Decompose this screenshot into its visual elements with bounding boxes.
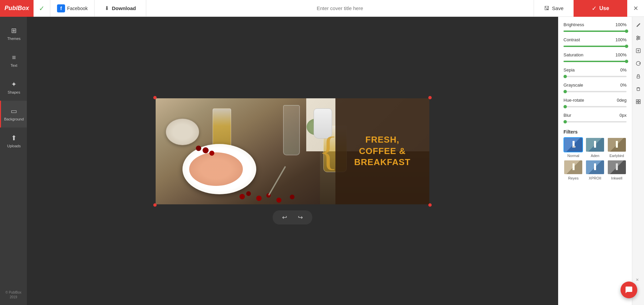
filter-normal[interactable]: Normal — [564, 137, 583, 158]
check-button[interactable]: ✓ — [34, 0, 50, 17]
filters-grid: Normal Aden Earlybird — [564, 137, 627, 180]
contrast-track[interactable] — [564, 46, 627, 47]
topbar: PublBox ✓ f Facebook ⬇ Download 🖫 Save ✓… — [0, 0, 644, 17]
sidebar-item-themes[interactable]: ⊞ Themes — [0, 20, 27, 47]
filter-inkwell-label: Inkwell — [611, 176, 623, 180]
overlay-line3: BREAKFAST — [354, 157, 411, 167]
svg-rect-14 — [639, 102, 640, 104]
canvas-wrapper[interactable]: { FRESH, COFFEE & BREAKFAST — [155, 98, 430, 205]
delete-icon[interactable] — [633, 84, 643, 94]
close-icon: ✕ — [633, 5, 638, 12]
filter-normal-img — [564, 137, 583, 152]
background-label: Background — [4, 117, 24, 121]
sepia-row: Sepia 0% — [564, 67, 627, 72]
adjustments-panel: Brightness 100% Contrast 100% Saturation… — [558, 17, 632, 305]
canvas-area: { FRESH, COFFEE & BREAKFAST ↩ ↪ — [27, 17, 558, 305]
chat-close-button[interactable]: ✕ — [636, 277, 639, 282]
facebook-label: Facebook — [67, 6, 88, 11]
blur-value: 0px — [620, 113, 627, 118]
brightness-thumb — [625, 30, 628, 33]
title-area — [146, 5, 534, 11]
close-button[interactable]: ✕ — [627, 0, 644, 17]
lock-icon[interactable] — [633, 71, 643, 81]
edit-pencil-icon[interactable] — [633, 20, 643, 30]
download-icon: ⬇ — [105, 5, 109, 11]
undo-button[interactable]: ↩ — [279, 212, 290, 222]
canvas-container: { FRESH, COFFEE & BREAKFAST ↩ ↪ — [155, 98, 430, 224]
use-icon: ✓ — [592, 5, 597, 12]
grayscale-row: Grayscale 0% — [564, 83, 627, 88]
grayscale-label: Grayscale — [564, 83, 583, 88]
handle-top-left[interactable] — [153, 96, 157, 99]
contrast-label: Contrast — [564, 37, 580, 42]
filter-xproii-img — [585, 160, 605, 175]
sidebar-item-shapes[interactable]: ✦ Shapes — [0, 74, 27, 101]
shapes-label: Shapes — [8, 90, 20, 94]
filter-reyes[interactable]: Reyes — [564, 160, 583, 180]
filter-inkwell[interactable]: Inkwell — [607, 160, 627, 180]
title-input[interactable] — [289, 5, 390, 11]
sepia-thumb — [564, 75, 567, 78]
hue-rotate-label: Hue-rotate — [564, 98, 584, 103]
svg-rect-13 — [636, 102, 638, 104]
filter-earlybird-img — [607, 137, 627, 152]
text-label: Text — [10, 63, 17, 67]
svg-rect-11 — [636, 100, 638, 101]
saturation-track[interactable] — [564, 61, 627, 62]
saturation-fill — [564, 61, 627, 62]
hue-rotate-value: 0deg — [617, 98, 627, 103]
svg-rect-10 — [637, 88, 640, 91]
download-button[interactable]: ⬇ Download — [95, 0, 146, 17]
facebook-section[interactable]: f Facebook — [50, 0, 95, 17]
filter-earlybird-label: Earlybird — [609, 154, 624, 158]
sidebar-item-background[interactable]: ▭ Background — [0, 101, 27, 128]
left-sidebar: ⊞ Themes ≡ Text ✦ Shapes ▭ Background ⬆ … — [0, 17, 27, 305]
filter-aden-label: Aden — [591, 154, 599, 158]
filter-aden-img — [585, 137, 605, 152]
use-button[interactable]: ✓ Use — [574, 0, 627, 17]
brightness-fill — [564, 31, 627, 32]
logo[interactable]: PublBox — [0, 0, 34, 17]
sidebar-item-uploads[interactable]: ⬆ Uploads — [0, 128, 27, 154]
chat-bubble[interactable] — [621, 282, 637, 298]
save-button[interactable]: 🖫 Save — [534, 0, 574, 17]
copyright: © PublBox 2019 — [0, 290, 27, 300]
rotate-icon[interactable] — [633, 58, 643, 68]
blur-label: Blur — [564, 113, 571, 118]
handle-bottom-left[interactable] — [153, 203, 157, 207]
filter-earlybird[interactable]: Earlybird — [607, 137, 627, 158]
svg-rect-12 — [639, 100, 640, 101]
uploads-icon: ⬆ — [11, 134, 17, 142]
redo-button[interactable]: ↪ — [295, 212, 306, 222]
contrast-fill — [564, 46, 627, 47]
filter-xproii[interactable]: XPROII — [585, 160, 605, 180]
svg-rect-9 — [637, 76, 640, 78]
hue-rotate-thumb — [564, 105, 567, 108]
blur-track[interactable] — [564, 121, 627, 122]
hue-rotate-row: Hue-rotate 0deg — [564, 98, 627, 103]
brightness-track[interactable] — [564, 31, 627, 32]
brace-decoration: { — [319, 131, 338, 171]
facebook-icon: f — [57, 4, 65, 12]
themes-label: Themes — [7, 37, 21, 41]
filter-reyes-label: Reyes — [568, 176, 579, 180]
check-icon: ✓ — [39, 4, 45, 12]
filter-inkwell-img — [607, 160, 627, 175]
filter-aden[interactable]: Aden — [585, 137, 605, 158]
handle-bottom-right[interactable] — [428, 203, 432, 207]
sidebar-item-text[interactable]: ≡ Text — [0, 47, 27, 74]
saturation-label: Saturation — [564, 52, 583, 57]
contrast-row: Contrast 100% — [564, 37, 627, 42]
sliders-icon[interactable] — [633, 33, 643, 43]
grayscale-value: 0% — [620, 83, 627, 88]
handle-top-right[interactable] — [428, 96, 432, 99]
grayscale-track[interactable] — [564, 91, 627, 92]
right-mini-panel — [632, 17, 644, 305]
sepia-track[interactable] — [564, 76, 627, 77]
grid-icon[interactable] — [633, 97, 643, 107]
add-box-icon[interactable] — [633, 46, 643, 56]
contrast-thumb — [625, 45, 628, 48]
brightness-row: Brightness 100% — [564, 22, 627, 27]
hue-rotate-track[interactable] — [564, 106, 627, 107]
filter-xproii-label: XPROII — [589, 176, 601, 180]
